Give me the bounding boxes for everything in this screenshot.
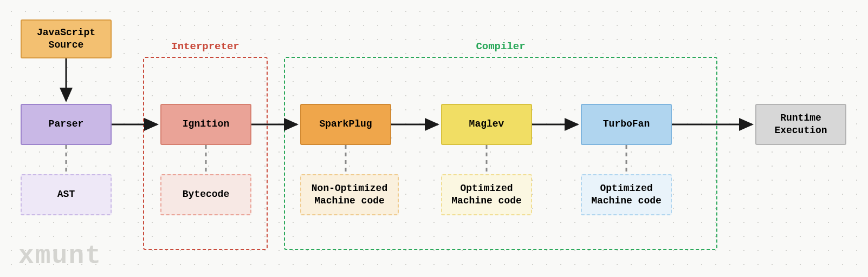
node-opt1: Optimized Machine code [441,174,532,215]
node-nonopt: Non-Optimized Machine code [300,174,399,215]
node-label: TurboFan [603,118,650,130]
node-js-source: JavaScript Source [21,19,112,58]
interpreter-label: Interpreter [171,41,239,52]
node-label: JavaScript Source [37,27,95,52]
node-opt2: Optimized Machine code [581,174,672,215]
node-ast: AST [21,174,112,215]
node-label: AST [57,188,75,201]
node-bytecode: Bytecode [160,174,251,215]
interpreter-group: Interpreter [143,57,268,250]
node-turbofan: TurboFan [581,104,672,145]
node-label: Optimized Machine code [591,182,662,208]
node-runtime: Runtime Execution [755,104,846,145]
node-label: Maglev [469,118,504,130]
node-label: Parser [49,118,84,130]
compiler-label: Compiler [476,41,525,52]
node-parser: Parser [21,104,112,145]
compiler-group: Compiler [284,57,717,250]
watermark: xmunt [18,241,102,271]
node-label: Runtime Execution [774,112,827,137]
node-label: Optimized Machine code [451,182,522,208]
node-label: Non-Optimized Machine code [312,182,387,208]
node-sparkplug: SparkPlug [300,104,391,145]
node-label: SparkPlug [319,118,372,130]
node-label: Bytecode [183,188,229,201]
node-maglev: Maglev [441,104,532,145]
node-label: Ignition [183,118,229,130]
node-ignition: Ignition [160,104,251,145]
